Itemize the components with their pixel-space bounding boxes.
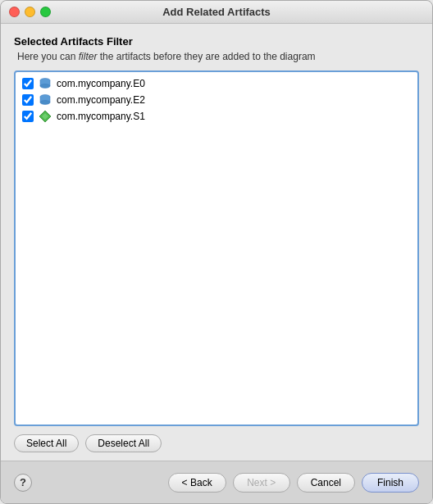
svg-point-7 [40, 101, 50, 105]
ejb-icon [39, 77, 52, 90]
service-icon [39, 110, 52, 123]
window-controls [9, 7, 51, 17]
footer: ? < Back Next > Cancel Finish [1, 461, 432, 503]
artifact-checkbox-1[interactable] [22, 78, 34, 89]
minimize-button[interactable] [25, 7, 35, 17]
artifact-label-3: com.mycompany.S1 [57, 111, 145, 122]
svg-point-2 [40, 84, 50, 89]
list-item: com.mycompany.E2 [17, 92, 416, 108]
deselect-all-button[interactable]: Deselect All [85, 434, 162, 452]
list-item: com.mycompany.E0 [17, 75, 416, 92]
section-description: Here you can filter the artifacts before… [14, 51, 419, 62]
finish-button[interactable]: Finish [362, 473, 419, 493]
ejb-icon-2 [39, 93, 52, 107]
window-title: Add Related Artifacts [162, 6, 271, 18]
artifact-label-1: com.mycompany.E0 [57, 78, 145, 89]
back-button[interactable]: < Back [168, 473, 226, 493]
artifact-label-2: com.mycompany.E2 [57, 94, 145, 106]
maximize-button[interactable] [40, 7, 51, 17]
help-button[interactable]: ? [14, 474, 32, 492]
artifact-checkbox-2[interactable] [22, 94, 34, 106]
artifact-list: com.mycompany.E0 com.mycompany.E2 [14, 70, 419, 426]
main-content: Selected Artifacts Filter Here you can f… [1, 24, 432, 461]
close-button[interactable] [9, 7, 20, 17]
list-item: com.mycompany.S1 [17, 108, 416, 125]
next-button[interactable]: Next > [233, 473, 290, 493]
footer-buttons: < Back Next > Cancel Finish [168, 473, 419, 493]
select-all-button[interactable]: Select All [14, 434, 79, 452]
cancel-button[interactable]: Cancel [297, 473, 355, 493]
section-title: Selected Artifacts Filter [14, 35, 419, 48]
footer-left: ? [14, 474, 32, 492]
artifact-checkbox-3[interactable] [22, 111, 34, 122]
bottom-actions: Select All Deselect All [14, 426, 419, 461]
title-bar: Add Related Artifacts [1, 1, 432, 24]
